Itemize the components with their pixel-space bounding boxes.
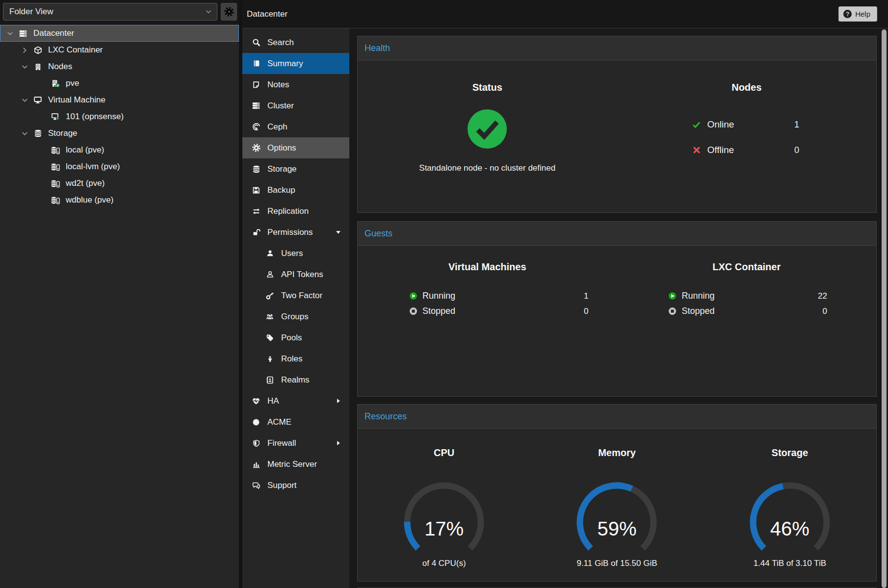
tree-item-wd2t-pve[interactable]: wd2t (pve) [0, 175, 239, 192]
tree-item-label: wdblue (pve) [66, 195, 113, 205]
chevron-down-icon[interactable] [20, 130, 29, 137]
nodes-heading: Nodes [617, 82, 877, 93]
tree-item-label: LXC Container [48, 45, 103, 55]
tree-item-label: Datacenter [33, 28, 74, 38]
database-icon [251, 165, 261, 174]
menu-item-acme[interactable]: ACME [242, 411, 349, 433]
node-status-value: 1 [788, 120, 799, 130]
tree-item-local-pve[interactable]: local (pve) [0, 142, 239, 158]
tree-item-nodes[interactable]: Nodes [0, 58, 239, 75]
gauge-heading: Storage [772, 447, 808, 459]
menu-item-ha[interactable]: HA [242, 390, 349, 411]
tree-item-storage[interactable]: Storage [0, 125, 239, 142]
server-stack-icon [251, 102, 261, 110]
scrollbar-thumb[interactable] [882, 29, 887, 588]
menu-item-roles[interactable]: Roles [242, 348, 349, 369]
users-icon [264, 313, 275, 320]
resources-panel-header: Resources [358, 405, 876, 429]
node-status-value: 0 [788, 145, 799, 155]
guest-row-label: Stopped [422, 306, 455, 316]
nodes-status-section: Nodes Online1Offline0 [617, 60, 877, 173]
tree-item-datacenter[interactable]: Datacenter [0, 25, 239, 42]
menu-item-support[interactable]: Support [242, 475, 349, 496]
bar-chart-icon [251, 460, 261, 468]
gauge-arc: 46% [747, 479, 833, 553]
tree-item-wdblue-pve[interactable]: wdblue (pve) [0, 192, 239, 208]
menu-item-label: Notes [267, 80, 289, 90]
chevron-down-icon[interactable] [5, 30, 15, 37]
menu-item-label: Groups [281, 312, 309, 322]
menu-item-backup[interactable]: Backup [242, 179, 349, 201]
gauge-cpu: CPU17%of 4 CPU(s) [358, 429, 530, 568]
menu-item-groups[interactable]: Groups [242, 306, 349, 327]
tree-item-label: 101 (opnsense) [66, 112, 124, 122]
menu-item-search[interactable]: Search [242, 32, 349, 53]
menu-item-notes[interactable]: Notes [242, 74, 349, 95]
menu-item-two-factor[interactable]: Two Factor [242, 285, 349, 306]
help-button-label: Help [855, 10, 870, 18]
chevron-down-icon[interactable] [20, 97, 29, 104]
status-message: Standalone node - no cluster defined [419, 163, 555, 173]
caret-right-icon [335, 440, 341, 446]
shield-icon [251, 439, 261, 447]
help-button[interactable]: ? Help [838, 6, 877, 22]
tree-item-lxc-container[interactable]: LXC Container [0, 42, 239, 58]
check-icon [692, 121, 702, 128]
user-icon [264, 250, 275, 257]
menu-item-storage[interactable]: Storage [242, 158, 349, 179]
guests-panel-title: Guests [365, 229, 392, 239]
main-content: Health Status Standalone node - no clust… [349, 28, 888, 588]
gauge-percent: 59% [574, 518, 660, 540]
question-icon: ? [843, 10, 852, 18]
menu-item-ceph[interactable]: Ceph [242, 116, 349, 137]
guest-row-value: 22 [813, 291, 827, 301]
chevron-down-icon [205, 8, 212, 15]
caret-down-icon [335, 229, 341, 235]
menu-item-replication[interactable]: Replication [242, 201, 349, 222]
menu-item-metric-server[interactable]: Metric Server [242, 454, 349, 475]
guest-row-label: Running [422, 291, 455, 301]
resource-tree: DatacenterLXC ContainerNodespveVirtual M… [0, 24, 239, 588]
menu-item-label: API Tokens [281, 270, 323, 280]
tree-item-local-lvm-pve[interactable]: local-lvm (pve) [0, 158, 239, 175]
menu-item-firewall[interactable]: Firewall [242, 433, 349, 454]
building-check-icon [47, 79, 64, 88]
node-status-label: Offline [707, 145, 734, 155]
menu-item-label: Ceph [267, 122, 287, 132]
menu-item-api-tokens[interactable]: API Tokens [242, 264, 349, 285]
view-selector[interactable]: Folder View [3, 3, 217, 21]
tree-settings-button[interactable] [221, 3, 237, 21]
gauge-caption: of 4 CPU(s) [422, 559, 466, 568]
menu-item-cluster[interactable]: Cluster [242, 95, 349, 116]
ceph-icon [251, 123, 261, 131]
person-icon [264, 355, 275, 363]
chevron-right-icon[interactable] [20, 47, 29, 54]
guest-row-running: Running22 [617, 288, 877, 304]
tree-item-label: Nodes [48, 62, 72, 72]
menu-item-realms[interactable]: Realms [242, 369, 349, 390]
menu-item-permissions[interactable]: Permissions [242, 222, 349, 243]
menu-item-label: Cluster [267, 101, 294, 111]
tree-item-101-opnsense[interactable]: 101 (opnsense) [0, 108, 239, 125]
guests-column-lxc-container: LXC ContainerRunning22Stopped0 [617, 246, 877, 319]
menu-item-summary[interactable]: Summary [242, 53, 349, 74]
gear-icon [224, 7, 234, 17]
section-menu: SearchSummaryNotesClusterCephOptionsStor… [242, 28, 349, 588]
gauge-storage: Storage46%1.44 TiB of 3.10 TiB [704, 429, 876, 568]
menu-item-users[interactable]: Users [242, 243, 349, 264]
menu-item-options[interactable]: Options [242, 137, 349, 158]
chevron-down-icon[interactable] [20, 63, 29, 71]
view-selector-value: Folder View [9, 7, 53, 17]
tree-item-label: Storage [48, 128, 78, 138]
menu-item-pools[interactable]: Pools [242, 327, 349, 348]
database-node-icon [47, 179, 64, 188]
guest-row-value: 1 [575, 291, 589, 301]
tree-item-virtual-machine[interactable]: Virtual Machine [0, 92, 239, 108]
menu-item-label: Backup [267, 185, 295, 195]
panel-splitter[interactable] [239, 0, 242, 588]
guests-column-virtual-machines: Virtual MachinesRunning1Stopped0 [358, 246, 617, 319]
tree-item-pve[interactable]: pve [0, 75, 239, 92]
sync-icon [251, 207, 261, 215]
menu-item-label: HA [267, 396, 279, 406]
menu-item-label: Pools [281, 333, 302, 343]
